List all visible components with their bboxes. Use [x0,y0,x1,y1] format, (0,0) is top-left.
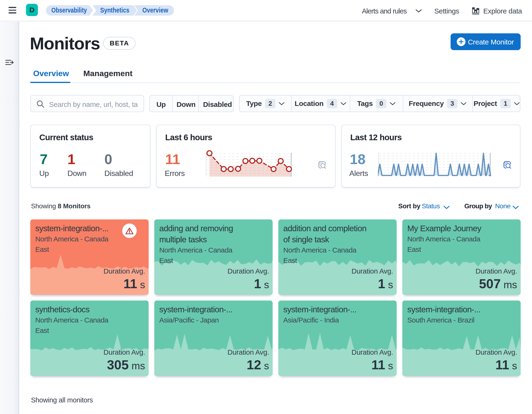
svg-text:Observability: Observability [51,6,87,14]
svg-text:Synthetics: Synthetics [100,6,129,14]
svg-text:Overview: Overview [142,6,168,14]
